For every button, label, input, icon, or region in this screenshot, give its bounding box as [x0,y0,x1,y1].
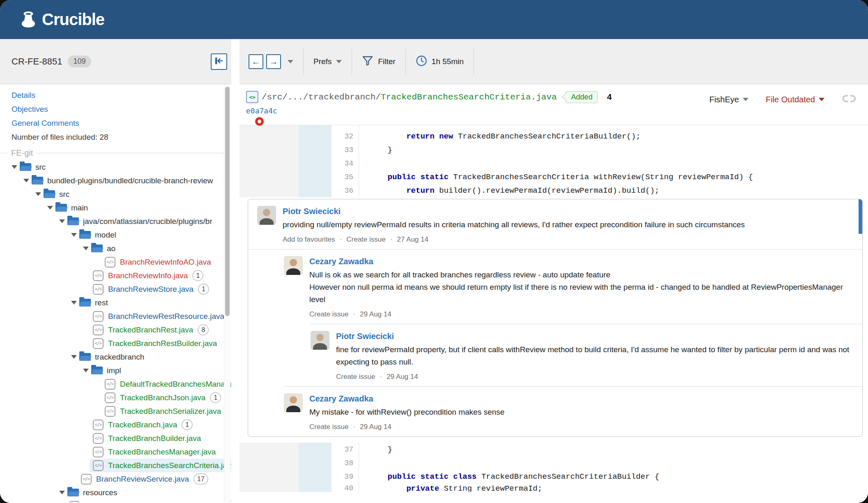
file-comment-count: 4 [607,92,612,102]
chevron-down-icon[interactable] [83,247,91,250]
code-line[interactable]: 38 [239,456,868,470]
comment-thread: Piotr Swiecicki providing null/empty rev… [248,199,863,437]
code-line[interactable]: 34 [239,157,868,170]
sidebar-item-general-comments[interactable]: General Comments [0,116,231,130]
unlink-icon[interactable] [842,94,856,105]
create-issue-link[interactable]: Create issue [346,235,385,244]
comment-date: 29 Aug 14 [360,423,391,431]
tree-folder-trackedbranch[interactable]: trackedbranch [0,350,231,364]
tree-file-defaulttrackedbranchesmanager[interactable]: DefaultTrackedBranchesManager.java [0,377,231,391]
prev-diff-button[interactable]: ← [249,54,263,69]
file-tree: src bundled-plugins/bundled/crucible-bra… [0,160,231,503]
tree-file-trackedbranchrestbuilder[interactable]: TrackedBranchRestBuilder.java [0,337,231,350]
tree-folder-resources[interactable]: resources [0,486,231,499]
tree-file-trackedbranchbuilder[interactable]: TrackedBranchBuilder.java [0,431,231,445]
tree-file-trackedbranchessearchcriteria[interactable]: TrackedBranchesSearchCriteria.java [0,459,231,472]
comment-count-badge: 1 [182,419,193,430]
comment: Cezary Zawadka My mistake - for withRevi… [248,387,862,436]
avatar[interactable] [257,206,276,225]
comment-author-link[interactable]: Cezary Zawadka [309,256,852,267]
sidebar-scrollbar[interactable] [224,84,230,503]
collapse-sidebar-button[interactable] [211,53,227,70]
chevron-down-icon[interactable] [47,206,55,210]
tree-folder-src-2[interactable]: src [0,187,231,201]
java-file-icon: <> [246,91,258,103]
chevron-down-icon[interactable] [71,233,79,237]
filter-button[interactable]: Filter [362,55,395,68]
tree-file-trackedbranchrest[interactable]: TrackedBranchRest.java8 [0,323,231,337]
sidebar-item-details[interactable]: Details [0,88,231,102]
file-code-icon [93,433,104,444]
chevron-down-icon[interactable] [83,369,91,372]
tree-file-trackedbranch[interactable]: TrackedBranch.java1 [0,418,231,431]
tree-folder-main[interactable]: main [0,201,231,215]
revision-marker-icon[interactable] [255,117,264,126]
code-line[interactable]: 36 return builder().reviewPermaId(review… [239,184,868,197]
comment-author-link[interactable]: Cezary Zawadka [309,393,852,404]
prefs-dropdown[interactable]: Prefs [313,57,342,66]
file-code-icon [105,257,115,268]
comment-author-link[interactable]: Piotr Swiecicki [283,206,852,217]
tree-folder-model[interactable]: model [0,228,231,242]
tree-file-branchreviewstore[interactable]: BranchReviewStore.java1 [0,282,231,296]
tree-folder-ao[interactable]: ao [0,242,231,255]
tree-file-branchreviewinfoao[interactable]: BranchReviewInfoAO.java [0,255,231,269]
create-issue-link[interactable]: Create issue [309,423,348,431]
tree-file-trackedbranchesmanager[interactable]: TrackedBranchesManager.java [0,445,231,459]
fisheye-dropdown[interactable]: FishEye [709,95,748,104]
file-code-icon [93,338,104,349]
create-issue-link[interactable]: Create issue [309,310,348,318]
chevron-down-icon[interactable] [71,355,79,359]
file-code-icon [93,460,104,471]
file-code-icon [93,420,104,430]
sidebar-item-objectives[interactable]: Objectives [0,102,231,116]
chevron-down-icon[interactable] [23,179,32,182]
tree-file-branchreviewinfo[interactable]: BranchReviewInfo.java1 [0,269,231,282]
tree-file-partial[interactable] [0,499,231,503]
create-issue-link[interactable]: Create issue [336,373,375,381]
tree-file-branchreviewrestresource[interactable]: BranchReviewRestResource.java [0,309,231,323]
tree-file-trackedbranchserializer[interactable]: TrackedBranchSerializer.java [0,404,231,418]
code-line[interactable]: 39 public static class TrackedBranchesSe… [239,470,868,483]
dot-separator [340,235,342,244]
code-line[interactable]: 40 private String reviewPermaId; [239,483,868,492]
chevron-down-icon[interactable] [71,301,79,305]
file-header: <> /src/.../trackedbranch/TrackedBranche… [239,84,868,125]
tree-folder-rest[interactable]: rest [0,296,231,309]
code-line[interactable]: 35 public static TrackedBranchesSearchCr… [239,170,868,184]
tree-folder-java-package[interactable]: java/com/atlassian/crucible/plugins/br [0,215,231,228]
code-line[interactable]: 32 return new TrackedBranchesSearchCrite… [239,129,868,143]
sidebar-body: Details Objectives General Comments Numb… [0,84,231,503]
avatar[interactable] [284,393,303,412]
tree-file-branchreviewservice[interactable]: BranchReviewService.java17 [0,472,231,486]
app-name: Crucible [42,10,104,29]
sidebar-scrollbar-thumb[interactable] [225,87,230,316]
revision-link[interactable]: e0a7a4c [246,106,277,115]
time-spent-indicator[interactable]: 1h 55min [416,55,464,68]
crucible-logo[interactable]: Crucible [19,10,104,29]
next-diff-button[interactable]: → [266,54,281,69]
comment-text: However non null perma id means we shoul… [309,281,852,306]
diff-nav-dropdown-caret[interactable] [288,60,293,63]
tree-folder-impl[interactable]: impl [0,364,231,377]
comment-author-link[interactable]: Piotr Swiecicki [336,331,852,341]
file-outdated-dropdown[interactable]: File Outdated [766,95,824,104]
chevron-down-icon[interactable] [35,192,44,196]
comment-date: 29 Aug 14 [387,373,418,381]
code-line[interactable]: 33 } [239,143,868,157]
chevron-down-icon[interactable] [12,165,20,169]
code-line[interactable]: 37 } [239,443,868,456]
chevron-down-icon[interactable] [59,219,67,223]
add-to-favourites-link[interactable]: Add to favourites [283,235,335,244]
folder-icon [79,299,91,307]
code-line-partial[interactable]: } [239,125,868,129]
tree-folder-src[interactable]: src [0,160,231,174]
folder-icon [55,204,67,212]
tree-file-trackedbranchjson[interactable]: TrackedBranchJson.java1 [0,391,231,404]
file-name: TrackedBranchesSearchCriteria.java [381,92,557,102]
line-number: 40 [332,483,359,492]
tree-folder-bundled-plugins[interactable]: bundled-plugins/bundled/crucible-branch-… [0,174,231,187]
chevron-down-icon[interactable] [59,491,67,494]
avatar[interactable] [311,331,329,350]
avatar[interactable] [284,256,303,275]
